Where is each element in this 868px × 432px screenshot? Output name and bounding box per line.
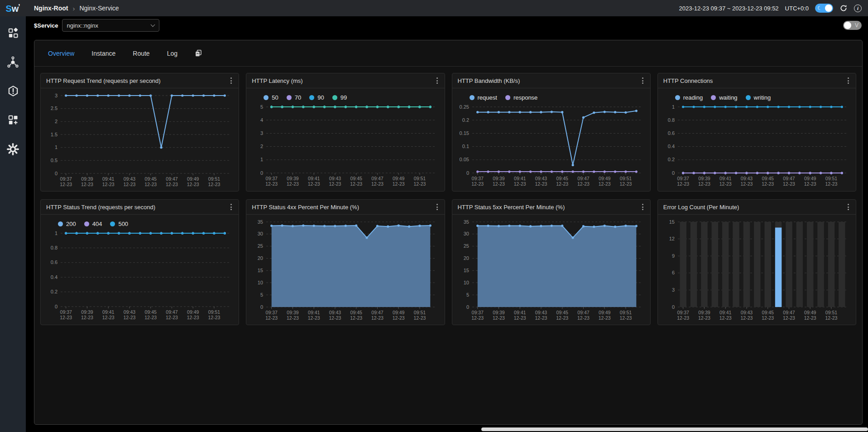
- tab-overview[interactable]: Overview: [48, 50, 74, 57]
- kebab-menu-icon[interactable]: [228, 202, 234, 212]
- kebab-menu-icon[interactable]: [640, 202, 646, 212]
- svg-text:12-23: 12-23: [493, 315, 505, 321]
- svg-text:1: 1: [55, 230, 58, 236]
- svg-text:1: 1: [672, 104, 675, 110]
- legend-item[interactable]: reading: [675, 94, 703, 101]
- svg-text:12-23: 12-23: [371, 181, 384, 187]
- chart-grid: HTTP Request Trend (requests per second)…: [34, 67, 862, 331]
- refresh-icon[interactable]: [839, 4, 848, 12]
- kebab-menu-icon[interactable]: [845, 202, 851, 212]
- time-range-picker[interactable]: 2023-12-23 09:37 ~ 2023-12-23 09:52: [679, 5, 779, 12]
- svg-text:3: 3: [672, 287, 675, 293]
- svg-text:09:49: 09:49: [804, 310, 816, 315]
- svg-text:0.4: 0.4: [51, 274, 58, 280]
- error-log-count-chart[interactable]: 0369121509:3712-2309:3912-2309:4112-2309…: [662, 217, 852, 322]
- svg-text:09:37: 09:37: [471, 176, 483, 181]
- kebab-menu-icon[interactable]: [228, 76, 234, 86]
- svg-text:12-23: 12-23: [81, 182, 93, 187]
- svg-text:20: 20: [258, 255, 263, 261]
- svg-text:20: 20: [463, 255, 469, 261]
- svg-text:12-23: 12-23: [166, 315, 178, 320]
- svg-text:12-23: 12-23: [208, 315, 221, 320]
- svg-text:12-23: 12-23: [329, 181, 341, 187]
- card-http-status-5xx: HTTP Status 5xx Percent Per Minute (%) 0…: [452, 199, 651, 325]
- breadcrumb-current[interactable]: Nginx-Service: [79, 5, 119, 12]
- legend-item[interactable]: 99: [332, 94, 347, 101]
- svg-text:5: 5: [466, 292, 469, 298]
- svg-text:12-23: 12-23: [762, 181, 774, 187]
- sidebar-item-alerting[interactable]: [6, 84, 20, 98]
- card-http-request-trend: HTTP Request Trend (requests per second)…: [40, 73, 239, 192]
- kebab-menu-icon[interactable]: [434, 202, 440, 212]
- svg-text:12-23: 12-23: [719, 315, 732, 321]
- sidebar-item-dashboards[interactable]: [6, 26, 20, 40]
- legend-item[interactable]: 404: [84, 221, 102, 227]
- chart-title: HTTP Connections: [663, 77, 713, 84]
- http-request-trend-chart[interactable]: 00.511.522.5309:3712-2309:3912-2309:4112…: [44, 91, 235, 189]
- legend-item[interactable]: response: [505, 94, 537, 101]
- svg-text:15: 15: [463, 268, 469, 273]
- svg-text:0.2: 0.2: [667, 157, 674, 162]
- svg-text:09:49: 09:49: [187, 176, 199, 182]
- svg-text:12-23: 12-23: [698, 315, 710, 321]
- kebab-menu-icon[interactable]: [845, 76, 851, 86]
- svg-text:12-23: 12-23: [783, 315, 795, 321]
- sidebar-item-settings[interactable]: [6, 142, 20, 156]
- svg-text:09:39: 09:39: [698, 310, 710, 315]
- legend-item[interactable]: 50: [264, 94, 278, 101]
- svg-text:12-23: 12-23: [535, 315, 547, 321]
- legend-item[interactable]: 500: [110, 221, 128, 227]
- service-selector-bar: $Service nginx::nginx V: [26, 16, 868, 34]
- svg-text:12-23: 12-23: [804, 181, 816, 187]
- legend-dot: [287, 95, 292, 100]
- svg-text:12-23: 12-23: [598, 181, 610, 187]
- dark-mode-toggle[interactable]: ☾: [815, 4, 833, 13]
- legend-item[interactable]: request: [470, 94, 497, 101]
- svg-text:12-23: 12-23: [619, 315, 632, 321]
- breadcrumb-root[interactable]: Nginx-Root: [34, 5, 68, 12]
- http-status-4xx-chart[interactable]: 0510152025303509:3712-2309:3912-2309:411…: [250, 217, 440, 322]
- svg-text:0.15: 0.15: [459, 130, 469, 136]
- http-bandwidth-chart[interactable]: 00.050.10.150.20.2509:3712-2309:3912-230…: [456, 102, 646, 188]
- legend-item[interactable]: writing: [746, 94, 771, 101]
- tab-log[interactable]: Log: [167, 50, 177, 57]
- kebab-menu-icon[interactable]: [434, 76, 440, 86]
- sidebar-item-marketplace[interactable]: [6, 113, 20, 127]
- svg-text:09:37: 09:37: [60, 176, 72, 182]
- service-select-value: nginx::nginx: [67, 22, 98, 29]
- svg-text:12-23: 12-23: [414, 315, 426, 321]
- svg-text:6: 6: [672, 270, 675, 275]
- svg-text:12-23: 12-23: [513, 315, 526, 321]
- svg-text:09:37: 09:37: [266, 176, 278, 181]
- http-status-trend-chart[interactable]: 00.20.40.60.8109:3712-2309:3912-2309:411…: [44, 229, 235, 322]
- http-latency-chart[interactable]: 01234509:3712-2309:3912-2309:4112-2309:4…: [250, 102, 440, 188]
- legend-item[interactable]: 200: [58, 221, 76, 227]
- svg-text:35: 35: [258, 219, 263, 225]
- svg-text:12-23: 12-23: [393, 315, 405, 321]
- kebab-menu-icon[interactable]: [640, 76, 646, 86]
- svg-text:09:49: 09:49: [393, 310, 404, 315]
- topology-icon: [7, 56, 19, 68]
- http-connections-chart[interactable]: 00.20.40.60.8109:3712-2309:3912-2309:411…: [662, 102, 852, 188]
- version-toggle[interactable]: V: [843, 21, 862, 30]
- svg-text:09:37: 09:37: [677, 176, 689, 181]
- svg-text:12-23: 12-23: [371, 315, 384, 321]
- legend-item[interactable]: waiting: [711, 94, 737, 101]
- legend-item[interactable]: 70: [287, 94, 301, 101]
- tab-route[interactable]: Route: [133, 50, 149, 57]
- svg-text:0: 0: [672, 170, 675, 176]
- service-select[interactable]: nginx::nginx: [62, 19, 159, 32]
- chart-title: HTTP Bandwidth (KB/s): [458, 77, 520, 84]
- svg-text:1: 1: [55, 144, 58, 150]
- card-http-connections: HTTP Connections readingwaitingwriting 0…: [657, 73, 856, 192]
- legend-item[interactable]: 90: [309, 94, 324, 101]
- tab-instance[interactable]: Instance: [91, 50, 115, 57]
- copy-icon[interactable]: [195, 49, 202, 57]
- sidebar-item-topology[interactable]: [6, 55, 20, 69]
- skywalking-logo[interactable]: Sw’: [0, 2, 26, 14]
- horizontal-scrollbar[interactable]: [481, 427, 868, 431]
- info-icon[interactable]: i: [854, 5, 862, 12]
- svg-text:09:45: 09:45: [762, 176, 773, 181]
- http-status-5xx-chart[interactable]: 0510152025303509:3712-2309:3912-2309:411…: [456, 217, 646, 322]
- svg-text:1: 1: [260, 157, 263, 162]
